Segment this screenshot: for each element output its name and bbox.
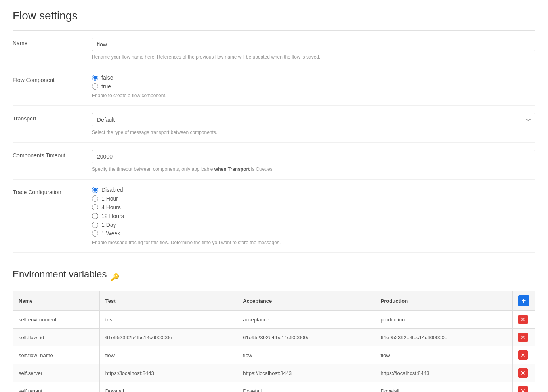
- trace-1week-label: 1 Week: [101, 230, 120, 237]
- env-production-cell: flow: [375, 346, 512, 364]
- trace-1day-radio[interactable]: [92, 222, 98, 228]
- timeout-hint-suffix: is Queues.: [250, 166, 274, 172]
- table-row: self.tenant Dovetail Dovetail Dovetail ✕: [13, 382, 535, 392]
- trace-4hours-radio[interactable]: [92, 204, 98, 210]
- trace-1week-radio[interactable]: [92, 230, 98, 237]
- col-header-production: Production: [375, 291, 512, 311]
- timeout-input[interactable]: [92, 150, 535, 163]
- env-production-cell: Dovetail: [375, 382, 512, 392]
- env-table-header-row: Name Test Acceptance Production +: [13, 291, 535, 311]
- transport-row: Transport Default Queues Select the type…: [13, 106, 535, 143]
- env-name-cell: self.environment: [13, 311, 100, 329]
- flow-component-row: Flow Component false true Enable to crea…: [13, 67, 535, 106]
- env-test-cell: test: [99, 311, 237, 329]
- trace-disabled-radio[interactable]: [92, 187, 98, 193]
- trace-row: Trace Configuration Disabled 1 Hour 4 Ho…: [13, 180, 535, 253]
- col-header-name: Name: [13, 291, 100, 311]
- table-row: self.flow_name flow flow flow ✕: [13, 346, 535, 364]
- flow-component-false-label: false: [101, 75, 113, 81]
- flow-component-hint: Enable to create a flow component.: [92, 93, 535, 98]
- trace-1hour-label: 1 Hour: [101, 195, 118, 202]
- env-action-cell: ✕: [513, 329, 535, 346]
- trace-hint: Enable message tracing for this flow. De…: [92, 240, 535, 245]
- flow-component-true-radio[interactable]: [92, 83, 98, 90]
- table-row: self.flow_id 61e952392b4fbc14c600000e 61…: [13, 329, 535, 346]
- env-acceptance-cell: acceptance: [237, 311, 375, 329]
- env-test-cell: flow: [99, 346, 237, 364]
- trace-4hours-option[interactable]: 4 Hours: [92, 204, 535, 210]
- env-name-cell: self.flow_name: [13, 346, 100, 364]
- timeout-hint-bold: when Transport: [214, 166, 250, 172]
- flow-component-radio-group: false true: [92, 75, 535, 90]
- delete-env-button[interactable]: ✕: [518, 386, 528, 392]
- transport-select[interactable]: Default Queues: [92, 113, 535, 126]
- trace-1day-option[interactable]: 1 Day: [92, 222, 535, 228]
- flow-component-false-radio[interactable]: [92, 75, 98, 81]
- trace-disabled-option[interactable]: Disabled: [92, 187, 535, 193]
- flow-component-false-option[interactable]: false: [92, 75, 535, 81]
- trace-label: Trace Configuration: [13, 187, 92, 195]
- trace-1hour-radio[interactable]: [92, 195, 98, 202]
- flow-component-label: Flow Component: [13, 75, 92, 83]
- flow-component-true-option[interactable]: true: [92, 83, 535, 90]
- env-action-cell: ✕: [513, 364, 535, 382]
- timeout-label: Components Timeout: [13, 150, 92, 159]
- trace-12hours-option[interactable]: 12 Hours: [92, 213, 535, 219]
- env-table-header: Name Test Acceptance Production +: [13, 291, 535, 311]
- page-title: Flow settings: [13, 10, 535, 22]
- trace-1hour-option[interactable]: 1 Hour: [92, 195, 535, 202]
- col-header-acceptance: Acceptance: [237, 291, 375, 311]
- timeout-hint-prefix: Specify the timeout between components, …: [92, 166, 214, 172]
- env-table: Name Test Acceptance Production + self.e…: [13, 291, 535, 392]
- env-test-cell: 61e952392b4fbc14c600000e: [99, 329, 237, 346]
- env-name-cell: self.tenant: [13, 382, 100, 392]
- timeout-row: Components Timeout Specify the timeout b…: [13, 143, 535, 180]
- env-test-cell: https://localhost:8443: [99, 364, 237, 382]
- name-label: Name: [13, 38, 92, 46]
- delete-env-button[interactable]: ✕: [518, 315, 528, 324]
- key-icon: 🔑: [111, 273, 119, 282]
- name-row: Name Rename your flow name here. Referen…: [13, 31, 535, 67]
- timeout-hint: Specify the timeout between components, …: [92, 166, 535, 172]
- table-row: self.environment test acceptance product…: [13, 311, 535, 329]
- env-action-cell: ✕: [513, 346, 535, 364]
- trace-1day-label: 1 Day: [101, 222, 116, 228]
- env-test-cell: Dovetail: [99, 382, 237, 392]
- env-production-cell: 61e952392b4fbc14c600000e: [375, 329, 512, 346]
- name-hint: Rename your flow name here. References o…: [92, 54, 535, 60]
- transport-select-wrapper: Default Queues: [92, 113, 535, 126]
- trace-disabled-label: Disabled: [101, 187, 123, 193]
- delete-env-button[interactable]: ✕: [518, 333, 528, 342]
- env-title: Environment variables: [13, 269, 107, 280]
- transport-content: Default Queues Select the type of messag…: [92, 113, 535, 135]
- trace-1week-option[interactable]: 1 Week: [92, 230, 535, 237]
- name-content: Rename your flow name here. References o…: [92, 38, 535, 60]
- flow-component-content: false true Enable to create a flow compo…: [92, 75, 535, 98]
- add-env-button[interactable]: +: [518, 295, 529, 306]
- col-header-test: Test: [99, 291, 237, 311]
- env-action-cell: ✕: [513, 311, 535, 329]
- table-row: self.server https://localhost:8443 https…: [13, 364, 535, 382]
- env-acceptance-cell: https://localhost:8443: [237, 364, 375, 382]
- flow-component-true-label: true: [101, 83, 111, 90]
- transport-hint: Select the type of message transport bet…: [92, 130, 535, 135]
- env-production-cell: production: [375, 311, 512, 329]
- delete-env-button[interactable]: ✕: [518, 350, 528, 360]
- env-name-cell: self.server: [13, 364, 100, 382]
- env-production-cell: https://localhost:8443: [375, 364, 512, 382]
- env-acceptance-cell: flow: [237, 346, 375, 364]
- trace-12hours-radio[interactable]: [92, 213, 98, 219]
- env-section: Environment variables 🔑 Name Test Accept…: [13, 269, 535, 392]
- timeout-content: Specify the timeout between components, …: [92, 150, 535, 172]
- settings-section: Name Rename your flow name here. Referen…: [13, 30, 535, 253]
- transport-label: Transport: [13, 113, 92, 122]
- env-acceptance-cell: 61e952392b4fbc14c600000e: [237, 329, 375, 346]
- col-header-action: +: [513, 291, 535, 311]
- delete-env-button[interactable]: ✕: [518, 368, 528, 378]
- env-action-cell: ✕: [513, 382, 535, 392]
- trace-content: Disabled 1 Hour 4 Hours 12 Hours 1 Day: [92, 187, 535, 245]
- env-table-body: self.environment test acceptance product…: [13, 311, 535, 392]
- name-input[interactable]: [92, 38, 535, 51]
- trace-12hours-label: 12 Hours: [101, 213, 124, 219]
- trace-radio-group: Disabled 1 Hour 4 Hours 12 Hours 1 Day: [92, 187, 535, 237]
